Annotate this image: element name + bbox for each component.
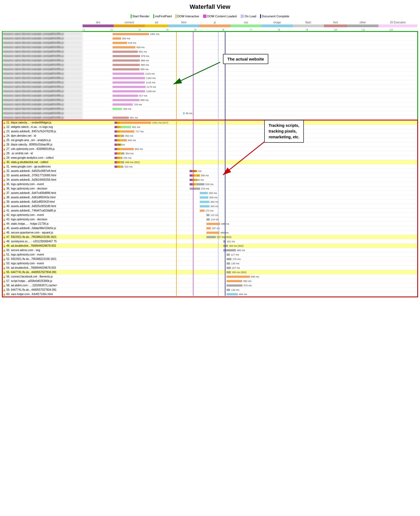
lock-icon: 🔒 (3, 165, 6, 168)
row-name-text: 59. 6447741.fls.do...4400557027834.091 (6, 288, 56, 291)
table-row: 🔒23. assets.adobedt...8457a7b2476236.js7… (3, 129, 417, 134)
table-row: resource.name.blurred.example.com/path/t… (3, 98, 417, 102)
dns-bar (114, 135, 117, 137)
ms-label: 468 ms (220, 231, 229, 234)
row-name: resource.name.blurred.example.com/path/t… (3, 36, 83, 40)
table-row: 🔒51. logx.optimizely.com - event117 ms (3, 252, 417, 257)
row-name: resource.name.blurred.example.com/path/t… (3, 85, 83, 89)
tick-marks: 1 2 3 4 5 6 7 8 9 10 11 12 (83, 28, 417, 31)
lock-icon: 🔒 (3, 126, 6, 128)
waterfall-bar (227, 280, 242, 282)
waterfall-bar (190, 188, 200, 190)
row-waterfall: 352 ms (83, 200, 417, 204)
ms-label: 1124 ms (145, 72, 155, 75)
rows-and-overlays: resource.name.blurred.example.com/path/t… (3, 32, 417, 297)
row-waterfall: 352 ms (83, 134, 417, 138)
waterfall-bar (113, 117, 129, 119)
ms-label: 333 ms (123, 108, 131, 110)
row-name: resource.name.blurred.example.com/path/t… (3, 107, 83, 111)
row-waterfall: 175 ms (83, 257, 417, 261)
ms-label: 130 ms (231, 262, 239, 265)
tick-7: 7 (250, 28, 278, 31)
waterfall-bar (227, 254, 230, 256)
table-row: resource.name.blurred.example.com/path/t… (3, 45, 417, 50)
row-name: resource.name.blurred.example.com/path/t… (3, 116, 83, 120)
lock-icon: 🔒 (3, 139, 6, 142)
ms-label: 1162 ms (146, 77, 156, 79)
dns-bar (190, 170, 192, 172)
lock-icon: 🔒 (3, 249, 6, 252)
lock-icon: 🔒 (3, 161, 6, 164)
type-label-flash: flash (293, 21, 324, 24)
row-waterfall: 172 ms (83, 208, 417, 213)
waterfall-bar (206, 236, 216, 238)
row-name: 🔒33. assets.adobedt...370017710000.html (3, 174, 83, 177)
waterfall-bar (227, 289, 230, 291)
legend-onload: On Load (241, 15, 256, 18)
tick-8: 8 (278, 28, 306, 31)
color-flash (293, 24, 324, 27)
lock-icon: 🔒 (3, 148, 6, 150)
ms-label: 343 ms (211, 205, 219, 208)
type-label-connect: connect (114, 21, 145, 24)
color-font (324, 24, 347, 27)
row-name: 🔒52. 5922921.fls.do...795388223158.1821 (3, 257, 83, 260)
row-name: resource.name.blurred.example.com/path/t… (3, 76, 83, 80)
color-js (199, 24, 230, 27)
ms-label: 693 ms (135, 148, 143, 150)
row-waterfall: 570 ms (83, 283, 417, 287)
row-name: 🔒35. logx.optimizely.com - event (3, 183, 83, 186)
row-name: 🔒44. static.hotjar.... - hotjar-21739.js (3, 222, 83, 225)
tick-5: 5 (194, 28, 222, 31)
waterfall-bar (227, 267, 231, 269)
waterfall-bar (113, 90, 145, 92)
lock-icon: 🔒 (3, 289, 6, 291)
table-row: resource.name.blurred.example.com/path/t… (3, 41, 417, 45)
table-row: resource.name.blurred.example.com/path/t… (3, 63, 417, 67)
row-waterfall: 1115 ms (83, 80, 417, 84)
table-row: 🔒42. logx.optimizely.com - event112 ms (3, 213, 417, 217)
waterfall-bar (113, 86, 145, 88)
table-row: 🔒50. secure.adnxs.com - seg460 ms (3, 248, 417, 252)
row-waterfall: 468 ms (83, 230, 417, 235)
waterfall-bar (227, 293, 238, 295)
waterfall-bar (113, 51, 138, 53)
waterfall-bar (206, 223, 220, 225)
row-waterfall: 90 ms (83, 142, 417, 147)
dns-bar (190, 174, 192, 177)
row-name-text: 56. connect.facebook.net - fbevents.js (6, 275, 53, 278)
waterfall-bar (113, 64, 140, 66)
row-name-text: 50. secure.adnxs.com - seg (6, 249, 40, 252)
table-row: resource.name.blurred.example.com/path/t… (3, 32, 417, 36)
row-name-text: 24. dpm.demdex.net - id (6, 134, 36, 137)
table-row: 🔒27. cdn.optimizely.com - 8269983199.js6… (3, 147, 417, 151)
lock-icon: 🔒 (3, 192, 6, 194)
table-row: 🔒32. assets.adobedt...6d025c0087e8.html1… (3, 169, 417, 173)
table-row: 🔒44. static.hotjar.... - hotjar-21739.js… (3, 222, 417, 226)
color-image (261, 24, 293, 27)
ms-label: 917 ms (139, 94, 148, 97)
ssl-bar (120, 139, 121, 141)
color-jsexec (378, 24, 417, 27)
row-name: 🔒27. cdn.optimizely.com - 8269983199.js (3, 147, 83, 150)
color-html (168, 24, 199, 27)
table-row: 🔒39. assets.adobedt...6d61df00342f.html3… (3, 200, 417, 204)
connect-bar (117, 161, 120, 163)
table-row: 🔒37. assets.adobedt...6d47cd00d888.html2… (3, 191, 417, 195)
row-waterfall: 1321 ms (317) (83, 120, 417, 125)
row-name: resource.name.blurred.example.com/path/t… (3, 67, 83, 71)
lock-icon: 🔒 (3, 121, 6, 124)
ms-label: 352 ms (211, 201, 219, 203)
connect-bar (117, 130, 120, 133)
row-name-text: 42. logx.optimizely.com - event (6, 213, 44, 216)
table-row: resource.name.blurred.example.com/path/t… (3, 50, 417, 54)
table-row: 🔒47. 5922921.fls.do...795388223158.18213… (3, 235, 417, 239)
legend-start-render-color (131, 14, 132, 18)
ms-label: 601 ms (132, 126, 140, 128)
table-row: 🔒52. 5922921.fls.do...795388223158.18211… (3, 257, 417, 261)
row-name: resource.name.blurred.example.com/path/t… (3, 102, 83, 106)
row-name: 🔒23. assets.adobedt...8457a7b2476236.js (3, 130, 83, 133)
lock-icon: 🔒 (3, 227, 6, 230)
row-waterfall: 36 ms (83, 111, 417, 115)
type-label-html: html (168, 21, 199, 24)
